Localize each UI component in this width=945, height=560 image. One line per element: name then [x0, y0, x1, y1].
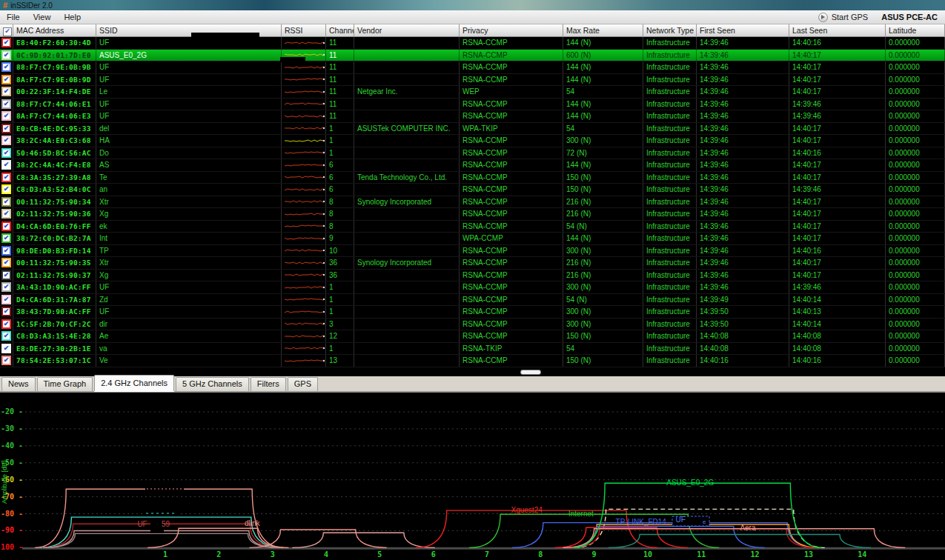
window-titlebar[interactable]: # inSSIDer 2.0	[0, 0, 945, 10]
rssi-sparkline	[283, 307, 326, 316]
table-row[interactable]: ✔88:F7:C7:9E:0B:9BUF-8711RSNA-CCMP144 (N…	[0, 61, 945, 74]
table-row[interactable]: ✔00:11:32:75:90:34Xtr-798Synology Incorp…	[0, 196, 945, 209]
table-row[interactable]: ✔8A:F7:C7:44:06:E3UF-9011RSNA-CCMP144 (N…	[0, 110, 945, 123]
table-row[interactable]: ✔1C:5F:2B:70:CF:2Cdir-893RSNA-CCMP300 (N…	[0, 319, 945, 331]
table-row[interactable]: ✔D4:CA:6D:E0:76:FFek-788RSNA-CCMP54 (N)I…	[0, 221, 945, 233]
row-checkbox[interactable]: ✔	[0, 233, 13, 244]
row-checkbox[interactable]: ✔	[0, 257, 13, 269]
tab-news[interactable]: News	[1, 377, 36, 391]
row-checkbox[interactable]: ✔	[0, 159, 13, 171]
rssi-cell: -85	[282, 257, 326, 269]
table-row[interactable]: ✔02:11:32:75:90:36Xg-788RSNA-CCMP216 (N)…	[0, 208, 945, 221]
curve-label: TP-LINK_FD14	[616, 518, 667, 526]
tab-5-ghz-channels[interactable]: 5 GHz Channels	[176, 377, 249, 391]
splitter-grip-icon[interactable]	[520, 370, 541, 375]
table-row[interactable]: ✔38:2C:4A:4C:F4:E8AS-876RSNA-CCMP144 (N)…	[0, 159, 945, 172]
column-header-rssi[interactable]: RSSI	[282, 24, 326, 37]
table-row[interactable]: ✔E0:CB:4E:DC:95:33del-861ASUSTek COMPUTE…	[0, 123, 945, 136]
row-checkbox[interactable]: ✔	[0, 123, 13, 135]
row-checkbox[interactable]: ✔	[0, 245, 13, 257]
row-checkbox[interactable]: ✔	[0, 74, 13, 86]
table-row[interactable]: ✔E8:40:F2:60:30:4DUF-9311RSNA-CCMP144 (N…	[0, 37, 945, 50]
table-row[interactable]: ✔98:DE:D0:B3:FD:14TP-9010RSNA-CCMP300 (N…	[0, 245, 945, 258]
row-checkbox[interactable]: ✔	[0, 37, 13, 49]
menu-help[interactable]: Help	[57, 11, 87, 23]
menu-view[interactable]: View	[27, 11, 58, 23]
table-row[interactable]: ✔78:54:2E:53:07:1CVe-9413RSNA-CCMP150 (N…	[0, 355, 945, 367]
channel-graph[interactable]: -20 --30 --40 --50 --60 --70 --80 --90 -…	[0, 393, 945, 560]
x-tick-label: 7	[485, 550, 489, 559]
wifi-curve[interactable]	[292, 533, 434, 547]
row-checkbox[interactable]: ✔	[0, 172, 13, 184]
row-checkbox[interactable]: ✔	[0, 208, 13, 220]
row-checkbox[interactable]: ✔	[0, 184, 13, 196]
row-checkbox[interactable]: ✔	[0, 306, 13, 318]
row-checkbox[interactable]: ✔	[0, 294, 13, 306]
table-row[interactable]: ✔88:F7:C7:44:06:E1UF-9211RSNA-CCMP144 (N…	[0, 99, 945, 111]
column-header-last-seen[interactable]: Last Seen	[789, 24, 886, 37]
x-tick-label: 11	[697, 550, 706, 559]
menu-file[interactable]: File	[0, 11, 27, 23]
start-gps-button[interactable]: Start GPS	[818, 13, 869, 22]
table-row[interactable]: ✔02:11:32:75:90:37Xg-8536RSNA-CCMP216 (N…	[0, 270, 945, 282]
tab-filters[interactable]: Filters	[251, 377, 286, 391]
row-checkbox[interactable]: ✔	[0, 270, 13, 281]
row-checkbox[interactable]: ✔	[0, 61, 13, 73]
select-all-checkbox[interactable]: ✔	[0, 24, 13, 37]
table-row[interactable]: ✔C8:D3:A3:52:B4:0Can-896RSNA-CCMP150 (N)…	[0, 184, 945, 196]
row-checkbox[interactable]: ✔	[0, 196, 13, 208]
table-row[interactable]: ✔00:11:32:75:90:35Xtr-8536Synology Incor…	[0, 257, 945, 270]
x-tick-label: 6	[431, 550, 436, 559]
table-row[interactable]: ✔8A:F7:C7:9E:0B:9DUF-8811RSNA-CCMP144 (N…	[0, 74, 945, 87]
row-checkbox[interactable]: ✔	[0, 110, 13, 122]
row-checkbox[interactable]: ✔	[0, 50, 13, 61]
wifi-curve[interactable]	[147, 528, 288, 547]
table-row[interactable]: ✔3A:43:1D:90:AC:FFUF-901RSNA-CCMP300 (N)…	[0, 281, 945, 294]
y-tick-label: -40 -	[1, 441, 23, 450]
column-header-first-seen[interactable]: First Seen	[697, 24, 789, 37]
row-checkbox[interactable]: ✔	[0, 319, 13, 330]
column-header-vendor[interactable]: Vendor	[354, 24, 460, 37]
column-header-network-type[interactable]: Network Type	[643, 24, 697, 37]
max-rate: 300 (N)	[563, 319, 643, 330]
wifi-curve[interactable]	[44, 533, 279, 547]
row-checkbox[interactable]: ✔	[0, 281, 13, 293]
table-row[interactable]: ✔38:72:C0:DC:B2:7AInt-809WPA-CCMP144 (N)…	[0, 233, 945, 245]
column-header-mac-address[interactable]: MAC Address	[13, 24, 96, 37]
table-row[interactable]: ✔38:2C:4A:E0:C3:68HA-661RSNA-CCMP300 (N)…	[0, 135, 945, 147]
row-checkbox[interactable]: ✔	[0, 86, 13, 98]
table-row[interactable]: ✔0C:9D:92:01:7D:E0ASUS_E0_2G-6211RSNA-CC…	[0, 50, 945, 62]
channel: 3	[326, 319, 354, 330]
rssi-sparkline	[283, 319, 326, 328]
last-seen: 14:40:17	[789, 135, 886, 147]
tab-gps[interactable]: GPS	[288, 377, 318, 391]
wifi-curve[interactable]	[574, 483, 821, 547]
row-checkbox[interactable]: ✔	[0, 221, 13, 233]
ssid: UF	[96, 61, 282, 73]
table-row[interactable]: ✔D4:CA:6D:31:7A:87Zd-931RSNA-CCMP54 (N)I…	[0, 294, 945, 307]
row-checkbox[interactable]: ✔	[0, 147, 13, 159]
row-checkbox[interactable]: ✔	[0, 99, 13, 110]
table-row[interactable]: ✔38:43:7D:90:AC:FFUF-911RSNA-CCMP300 (N)…	[0, 306, 945, 319]
table-row[interactable]: ✔00:22:3F:14:F4:DELe-7611Netgear Inc.WEP…	[0, 86, 945, 99]
table-row[interactable]: ✔50:46:5D:BC:56:ACDo-821RSNA-CCMP72 (N)I…	[0, 147, 945, 160]
latitude: 0.000000	[886, 294, 945, 306]
column-header-channel[interactable]: Channel	[326, 24, 354, 37]
row-checkbox[interactable]: ✔	[0, 343, 13, 355]
wifi-curve[interactable]	[566, 526, 764, 547]
row-checkbox[interactable]: ✔	[0, 135, 13, 147]
column-header-max-rate[interactable]: Max Rate	[563, 24, 643, 37]
row-checkbox[interactable]: ✔	[0, 355, 13, 367]
wifi-curve[interactable]	[568, 529, 818, 547]
latitude: 0.000000	[886, 343, 945, 355]
tab-time-graph[interactable]: Time Graph	[37, 377, 93, 391]
table-row[interactable]: ✔C8:D3:A3:15:4E:28Ae-9412RSNA-CCMP150 (N…	[0, 330, 945, 343]
column-header-privacy[interactable]: Privacy	[460, 24, 563, 37]
rssi-cell: -92	[282, 99, 326, 110]
row-checkbox[interactable]: ✔	[0, 330, 13, 342]
adapter-name[interactable]: ASUS PCE-AC	[881, 13, 938, 21]
tab-2-4-ghz-channels[interactable]: 2.4 GHz Channels	[94, 375, 174, 391]
column-header-latitude[interactable]: Latitude	[886, 24, 945, 37]
table-row[interactable]: ✔C8:3A:35:27:39:A8Te-876Tenda Technology…	[0, 172, 945, 184]
table-row[interactable]: ✔E8:DE:27:30:2B:1Eva-911RSNA-TKIP54Infra…	[0, 343, 945, 356]
